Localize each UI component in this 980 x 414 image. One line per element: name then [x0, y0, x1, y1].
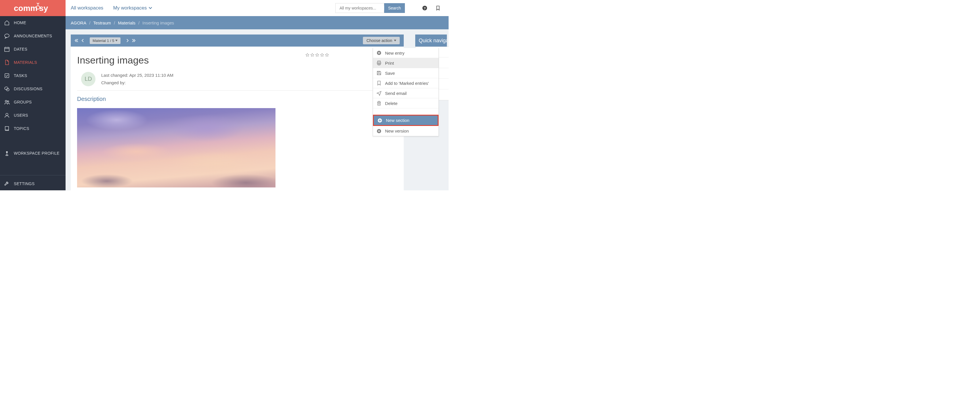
- avatar[interactable]: LD: [81, 72, 95, 86]
- dd-label: Delete: [385, 101, 398, 106]
- divider: [77, 90, 398, 91]
- crumb-section[interactable]: Materials: [118, 21, 135, 25]
- sidebar: HOME ANNOUNCEMENTS DATES MATERIALS TASKS…: [0, 16, 65, 190]
- star-icon: [310, 53, 314, 57]
- svg-rect-36: [378, 73, 380, 75]
- sidebar-item-workspace-profile[interactable]: WORKSPACE PROFILE: [0, 146, 65, 160]
- pager-label: Material 1 / 5: [92, 38, 114, 43]
- chevron-down-icon: [149, 7, 152, 9]
- dd-label: Send email: [385, 91, 407, 96]
- caret-down-icon: [394, 40, 396, 41]
- quicknav-title: Quick navigation: [419, 38, 447, 44]
- home-icon: [4, 20, 10, 25]
- svg-point-22: [5, 100, 7, 102]
- dd-print[interactable]: Print: [373, 58, 439, 68]
- crumb-sep: /: [114, 21, 115, 25]
- svg-point-23: [8, 101, 9, 102]
- calendar-icon: [4, 46, 10, 52]
- rating-stars[interactable]: [305, 53, 329, 57]
- help-icon[interactable]: ?: [422, 5, 427, 11]
- last-changed: Last changed: Apr 25, 2023 11:10 AM: [101, 72, 173, 79]
- dd-add-marked[interactable]: Add to 'Marked entries': [373, 78, 439, 88]
- dd-label: Save: [385, 71, 395, 76]
- svg-text:sy: sy: [39, 4, 48, 13]
- sidebar-label: GROUPS: [14, 100, 32, 104]
- pager-first[interactable]: [75, 38, 78, 43]
- content-area: Material 1 / 5 Choose action Inserting i…: [65, 29, 449, 190]
- sidebar-item-materials[interactable]: MATERIALS: [0, 56, 65, 69]
- sidebar-label: TASKS: [14, 73, 27, 78]
- svg-rect-34: [378, 64, 380, 65]
- dd-label: New version: [385, 129, 409, 134]
- search-input-wrap[interactable]: [335, 3, 384, 13]
- content-image: [77, 108, 275, 188]
- crumb-sep: /: [89, 21, 90, 25]
- plus-circle-icon: [376, 129, 382, 134]
- dd-new-version[interactable]: New version: [373, 126, 439, 136]
- send-icon: [376, 91, 382, 96]
- sidebar-item-announcements[interactable]: ANNOUNCEMENTS: [0, 29, 65, 43]
- sidebar-label: DISCUSSIONS: [14, 86, 43, 91]
- changed-by: Changed by:: [101, 79, 173, 86]
- star-icon: [315, 53, 319, 57]
- sidebar-item-dates[interactable]: DATES: [0, 43, 65, 56]
- bookmark-icon: [376, 81, 382, 86]
- logo[interactable]: commsy: [0, 0, 65, 16]
- svg-point-24: [6, 113, 8, 116]
- all-workspaces-link[interactable]: All workspaces: [71, 5, 103, 11]
- dd-new-entry[interactable]: New entry: [373, 48, 439, 58]
- chat-icon: [4, 33, 10, 39]
- pager-last[interactable]: [132, 38, 135, 43]
- choose-action-button[interactable]: Choose action: [363, 37, 400, 44]
- book-icon: [4, 126, 10, 131]
- svg-rect-44: [379, 120, 381, 121]
- meta-row: LD Last changed: Apr 25, 2023 11:10 AM C…: [77, 72, 398, 86]
- quicknav-header: Quick navigation: [415, 35, 447, 46]
- svg-rect-35: [378, 71, 379, 72]
- my-workspaces-link[interactable]: My workspaces: [113, 5, 152, 11]
- all-workspaces-label: All workspaces: [71, 5, 103, 11]
- pager-badge[interactable]: Material 1 / 5: [90, 37, 121, 44]
- top-nav: All workspaces My workspaces Search ?: [65, 0, 449, 16]
- pager-prev[interactable]: [81, 38, 84, 43]
- search-input[interactable]: [340, 6, 390, 10]
- save-icon: [376, 70, 382, 76]
- dd-label: New section: [386, 118, 409, 123]
- svg-point-28: [6, 155, 8, 156]
- card-body: Inserting images LD Last changed: Apr 25…: [71, 46, 404, 190]
- page-title: Inserting images: [77, 55, 398, 66]
- dd-label: New entry: [385, 51, 405, 56]
- search-button[interactable]: Search: [384, 3, 405, 13]
- svg-point-10: [5, 34, 9, 37]
- dd-delete[interactable]: Delete: [373, 98, 439, 108]
- wrench-icon: [4, 181, 10, 186]
- pager-next[interactable]: [126, 38, 129, 43]
- dd-new-section[interactable]: New section: [373, 115, 439, 126]
- svg-point-26: [6, 151, 8, 153]
- bookmark-icon[interactable]: [435, 5, 441, 11]
- sidebar-item-tasks[interactable]: TASKS: [0, 69, 65, 82]
- dd-save[interactable]: Save: [373, 68, 439, 78]
- choose-action-label: Choose action: [366, 38, 392, 43]
- sidebar-item-home[interactable]: HOME: [0, 16, 65, 29]
- sidebar-item-users[interactable]: USERS: [0, 109, 65, 122]
- sidebar-label: USERS: [14, 113, 28, 118]
- crumb-sep: /: [138, 21, 140, 25]
- my-workspaces-label: My workspaces: [113, 5, 146, 11]
- search-area: Search: [335, 3, 405, 13]
- dd-gap: [373, 108, 439, 115]
- sidebar-label: HOME: [14, 21, 26, 25]
- svg-rect-33: [377, 62, 381, 64]
- action-dropdown: New entry Print Save Add to 'Marked entr…: [373, 48, 439, 136]
- sidebar-item-settings[interactable]: SETTINGS: [0, 177, 65, 190]
- dd-send-email[interactable]: Send email: [373, 88, 439, 98]
- meta-text: Last changed: Apr 25, 2023 11:10 AM Chan…: [101, 72, 173, 86]
- svg-rect-11: [5, 48, 9, 51]
- sidebar-item-groups[interactable]: GROUPS: [0, 96, 65, 109]
- sidebar-item-discussions[interactable]: DISCUSSIONS: [0, 82, 65, 96]
- sidebar-item-topics[interactable]: TOPICS: [0, 122, 65, 135]
- card-header: Material 1 / 5 Choose action: [71, 35, 404, 46]
- svg-rect-37: [378, 102, 380, 105]
- crumb-agora[interactable]: AGORA: [71, 21, 86, 25]
- crumb-room[interactable]: Testraum: [93, 21, 111, 25]
